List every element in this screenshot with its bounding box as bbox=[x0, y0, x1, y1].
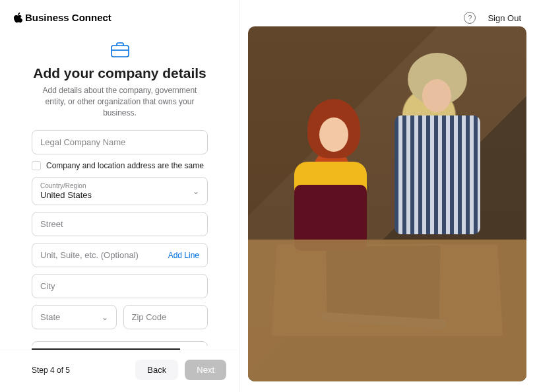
hero-image bbox=[248, 26, 526, 381]
legal-company-name-input[interactable]: Legal Company Name bbox=[32, 130, 208, 154]
svg-rect-0 bbox=[111, 46, 129, 57]
brand-logo: Business Connect bbox=[13, 12, 111, 23]
apple-icon bbox=[13, 13, 22, 23]
page-subtitle: Add details about the company, governmen… bbox=[32, 85, 208, 118]
street-input[interactable]: Street bbox=[32, 212, 208, 236]
state-select[interactable]: State ⌄ bbox=[32, 305, 117, 329]
phone-country-select[interactable]: Country/Region United States (+1) ⌄ bbox=[32, 341, 208, 346]
add-line-link[interactable]: Add Line bbox=[168, 251, 199, 260]
chevron-down-icon: ⌄ bbox=[102, 313, 108, 322]
same-address-label: Company and location address are the sam… bbox=[46, 161, 204, 170]
page-title: Add your company details bbox=[32, 65, 208, 81]
step-indicator: Step 4 of 5 bbox=[32, 366, 129, 375]
unit-input[interactable]: Unit, Suite, etc. (Optional) Add Line bbox=[32, 243, 208, 267]
zip-input[interactable]: Zip Code bbox=[123, 305, 208, 329]
help-icon[interactable]: ? bbox=[464, 12, 476, 24]
brand-text: Business Connect bbox=[25, 12, 111, 23]
chevron-down-icon: ⌄ bbox=[193, 187, 199, 196]
sign-out-link[interactable]: Sign Out bbox=[488, 13, 521, 23]
back-button[interactable]: Back bbox=[135, 360, 178, 380]
country-select[interactable]: Country/Region United States ⌄ bbox=[32, 177, 208, 205]
same-address-checkbox-row[interactable]: Company and location address are the sam… bbox=[32, 161, 208, 170]
city-input[interactable]: City bbox=[32, 274, 208, 298]
briefcase-icon bbox=[111, 42, 129, 57]
same-address-checkbox[interactable] bbox=[32, 161, 41, 170]
next-button[interactable]: Next bbox=[185, 360, 226, 380]
